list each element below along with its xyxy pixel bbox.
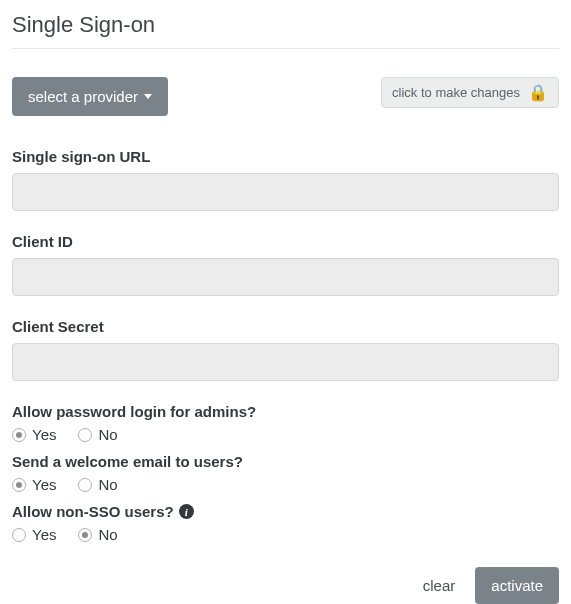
radio-icon — [12, 478, 26, 492]
allow-password-admins-label: Allow password login for admins? — [12, 403, 559, 420]
clear-button[interactable]: clear — [417, 569, 462, 602]
allow-non-sso-label: Allow non-SSO users? i — [12, 503, 559, 520]
top-controls-row: select a provider click to make changes … — [12, 77, 559, 116]
radio-icon — [78, 528, 92, 542]
allow-password-admins-options: Yes No — [12, 426, 559, 443]
radio-label: No — [98, 476, 117, 493]
client-secret-group: Client Secret — [12, 318, 559, 381]
radio-label: No — [98, 526, 117, 543]
send-welcome-yes[interactable]: Yes — [12, 476, 56, 493]
send-welcome-no[interactable]: No — [78, 476, 117, 493]
select-provider-button[interactable]: select a provider — [12, 77, 168, 116]
footer-actions: clear activate — [12, 567, 559, 604]
allow-non-sso-no[interactable]: No — [78, 526, 117, 543]
client-id-input[interactable] — [12, 258, 559, 296]
info-icon[interactable]: i — [179, 504, 194, 519]
radio-label: Yes — [32, 526, 56, 543]
send-welcome-label: Send a welcome email to users? — [12, 453, 559, 470]
client-secret-input[interactable] — [12, 343, 559, 381]
activate-button[interactable]: activate — [475, 567, 559, 604]
radio-icon — [12, 428, 26, 442]
radio-label: No — [98, 426, 117, 443]
select-provider-label: select a provider — [28, 88, 138, 105]
page-title: Single Sign-on — [12, 12, 559, 49]
lock-changes-badge[interactable]: click to make changes 🔒 — [381, 77, 559, 108]
allow-password-admins-group: Allow password login for admins? Yes No — [12, 403, 559, 443]
allow-non-sso-options: Yes No — [12, 526, 559, 543]
radio-icon — [78, 478, 92, 492]
chevron-down-icon — [144, 94, 152, 99]
radio-label: Yes — [32, 426, 56, 443]
sso-url-label: Single sign-on URL — [12, 148, 559, 165]
sso-url-input[interactable] — [12, 173, 559, 211]
sso-url-group: Single sign-on URL — [12, 148, 559, 211]
radio-icon — [12, 528, 26, 542]
send-welcome-options: Yes No — [12, 476, 559, 493]
send-welcome-group: Send a welcome email to users? Yes No — [12, 453, 559, 493]
allow-password-admins-yes[interactable]: Yes — [12, 426, 56, 443]
allow-password-admins-no[interactable]: No — [78, 426, 117, 443]
radio-label: Yes — [32, 476, 56, 493]
allow-non-sso-label-text: Allow non-SSO users? — [12, 503, 174, 520]
radio-icon — [78, 428, 92, 442]
lock-icon: 🔒 — [528, 83, 548, 102]
client-id-group: Client ID — [12, 233, 559, 296]
lock-badge-label: click to make changes — [392, 85, 520, 100]
client-secret-label: Client Secret — [12, 318, 559, 335]
client-id-label: Client ID — [12, 233, 559, 250]
allow-non-sso-yes[interactable]: Yes — [12, 526, 56, 543]
allow-non-sso-group: Allow non-SSO users? i Yes No — [12, 503, 559, 543]
